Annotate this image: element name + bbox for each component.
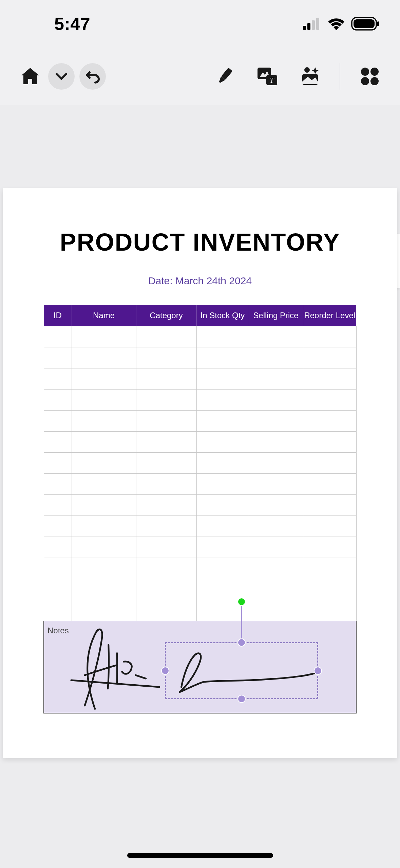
- table-cell[interactable]: [72, 558, 136, 579]
- table-cell[interactable]: [44, 326, 72, 347]
- table-row[interactable]: [44, 473, 356, 494]
- table-cell[interactable]: [44, 579, 72, 600]
- home-indicator[interactable]: [127, 853, 273, 858]
- table-row[interactable]: [44, 600, 356, 621]
- table-cell[interactable]: [136, 537, 196, 558]
- table-row[interactable]: [44, 410, 356, 431]
- table-cell[interactable]: [303, 537, 356, 558]
- table-cell[interactable]: [44, 452, 72, 473]
- table-cell[interactable]: [249, 516, 303, 537]
- table-cell[interactable]: [44, 494, 72, 516]
- table-cell[interactable]: [72, 494, 136, 516]
- table-cell[interactable]: [303, 473, 356, 494]
- table-cell[interactable]: [72, 579, 136, 600]
- table-cell[interactable]: [44, 473, 72, 494]
- table-cell[interactable]: [136, 516, 196, 537]
- table-cell[interactable]: [136, 326, 196, 347]
- table-cell[interactable]: [303, 347, 356, 368]
- magic-button[interactable]: [297, 63, 323, 90]
- table-cell[interactable]: [136, 494, 196, 516]
- table-cell[interactable]: [196, 389, 249, 410]
- table-cell[interactable]: [72, 452, 136, 473]
- table-cell[interactable]: [136, 368, 196, 389]
- table-cell[interactable]: [249, 410, 303, 431]
- table-cell[interactable]: [196, 579, 249, 600]
- marker-button[interactable]: [211, 63, 238, 90]
- table-cell[interactable]: [196, 452, 249, 473]
- table-cell[interactable]: [44, 368, 72, 389]
- table-cell[interactable]: [136, 410, 196, 431]
- table-cell[interactable]: [44, 600, 72, 621]
- notes-cell[interactable]: Notes: [44, 621, 356, 713]
- table-cell[interactable]: [303, 410, 356, 431]
- table-cell[interactable]: [249, 473, 303, 494]
- table-row[interactable]: [44, 368, 356, 389]
- table-cell[interactable]: [249, 537, 303, 558]
- table-cell[interactable]: [72, 410, 136, 431]
- table-cell[interactable]: [44, 431, 72, 452]
- table-cell[interactable]: [72, 368, 136, 389]
- table-cell[interactable]: [303, 494, 356, 516]
- handle-right[interactable]: [314, 667, 322, 675]
- document-page[interactable]: PRODUCT INVENTORY Date: March 24th 2024 …: [3, 188, 397, 758]
- table-cell[interactable]: [72, 431, 136, 452]
- table-row[interactable]: [44, 326, 356, 347]
- undo-button[interactable]: [79, 63, 106, 90]
- table-cell[interactable]: [303, 368, 356, 389]
- table-row[interactable]: [44, 579, 356, 600]
- table-row[interactable]: [44, 537, 356, 558]
- table-cell[interactable]: [136, 600, 196, 621]
- table-cell[interactable]: [249, 326, 303, 347]
- table-cell[interactable]: [249, 452, 303, 473]
- canvas-area[interactable]: PRODUCT INVENTORY Date: March 24th 2024 …: [0, 105, 400, 868]
- table-cell[interactable]: [249, 368, 303, 389]
- table-row[interactable]: [44, 431, 356, 452]
- home-button[interactable]: [17, 63, 43, 90]
- table-cell[interactable]: [136, 473, 196, 494]
- table-cell[interactable]: [196, 473, 249, 494]
- table-cell[interactable]: [72, 347, 136, 368]
- handle-left[interactable]: [161, 667, 169, 675]
- selection-box[interactable]: [165, 642, 318, 699]
- table-cell[interactable]: [196, 516, 249, 537]
- table-cell[interactable]: [303, 600, 356, 621]
- table-cell[interactable]: [136, 452, 196, 473]
- table-cell[interactable]: [249, 600, 303, 621]
- table-cell[interactable]: [44, 537, 72, 558]
- table-cell[interactable]: [136, 579, 196, 600]
- table-row[interactable]: [44, 452, 356, 473]
- table-cell[interactable]: [249, 579, 303, 600]
- table-row[interactable]: [44, 516, 356, 537]
- table-row[interactable]: [44, 558, 356, 579]
- table-cell[interactable]: [196, 368, 249, 389]
- table-cell[interactable]: [72, 600, 136, 621]
- table-cell[interactable]: [44, 516, 72, 537]
- table-cell[interactable]: [196, 431, 249, 452]
- table-cell[interactable]: [249, 431, 303, 452]
- table-cell[interactable]: [136, 389, 196, 410]
- table-cell[interactable]: [303, 326, 356, 347]
- table-cell[interactable]: [303, 431, 356, 452]
- table-cell[interactable]: [303, 389, 356, 410]
- table-cell[interactable]: [44, 347, 72, 368]
- table-cell[interactable]: [249, 347, 303, 368]
- table-cell[interactable]: [249, 389, 303, 410]
- table-cell[interactable]: [136, 431, 196, 452]
- image-text-button[interactable]: T: [254, 63, 281, 90]
- table-cell[interactable]: [72, 473, 136, 494]
- table-cell[interactable]: [72, 516, 136, 537]
- table-cell[interactable]: [249, 558, 303, 579]
- handle-bottom[interactable]: [237, 695, 246, 703]
- table-cell[interactable]: [44, 389, 72, 410]
- table-cell[interactable]: [72, 326, 136, 347]
- table-cell[interactable]: [196, 347, 249, 368]
- table-cell[interactable]: [196, 558, 249, 579]
- rotate-handle[interactable]: [237, 598, 246, 606]
- table-cell[interactable]: [249, 494, 303, 516]
- table-cell[interactable]: [303, 452, 356, 473]
- table-cell[interactable]: [196, 494, 249, 516]
- apps-button[interactable]: [357, 63, 383, 90]
- table-cell[interactable]: [136, 347, 196, 368]
- table-row[interactable]: [44, 494, 356, 516]
- handle-top[interactable]: [237, 638, 246, 647]
